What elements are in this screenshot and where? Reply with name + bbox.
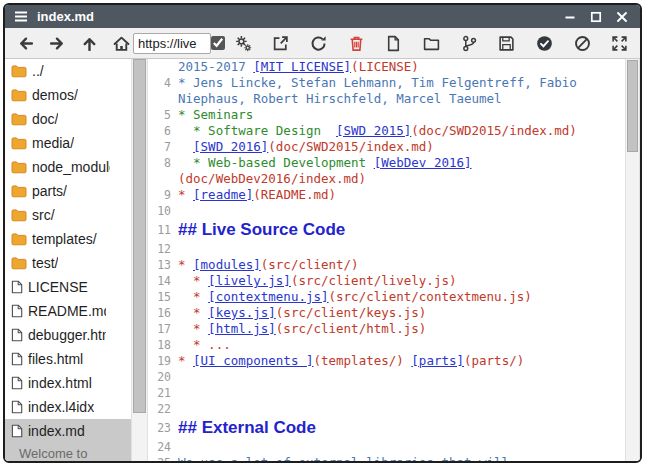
markdown-link[interactable]: [MIT LICENSE] xyxy=(253,59,351,74)
code-line[interactable]: We use a lot of external libraries that … xyxy=(178,455,625,461)
code-area[interactable]: 2015-2017 [MIT LICENSE](LICENSE)4* Jens … xyxy=(148,59,625,461)
menu-icon[interactable] xyxy=(14,11,28,22)
code-line[interactable]: * Seminars xyxy=(178,107,625,123)
code-line[interactable]: * [UI components ](templates/) [parts](p… xyxy=(178,353,625,369)
code-line[interactable]: Niephaus, Robert Hirschfeld, Marcel Taeu… xyxy=(178,91,625,107)
markdown-link[interactable]: [contextmenu.js] xyxy=(208,289,328,304)
file-list-item[interactable]: index.md xyxy=(5,419,131,443)
markdown-link[interactable]: [SWD 2016] xyxy=(193,139,268,154)
file-list-item[interactable]: templates/ xyxy=(5,227,131,251)
line-number xyxy=(148,91,178,107)
code-segment: (src/client/html.js) xyxy=(276,321,427,336)
file-list-item[interactable]: index.html xyxy=(5,371,131,395)
code-row: 23## External Code xyxy=(148,417,625,439)
delete-button[interactable] xyxy=(344,31,368,55)
save-button[interactable] xyxy=(495,31,519,55)
markdown-link[interactable]: [UI components ] xyxy=(193,353,313,368)
up-button[interactable] xyxy=(77,31,101,55)
file-list-item[interactable]: index.l4idx xyxy=(5,395,131,419)
markdown-link[interactable]: [WebDev 2016] xyxy=(374,155,472,170)
code-line[interactable]: (doc/WebDev2016/index.md) xyxy=(178,171,625,187)
fullscreen-button[interactable] xyxy=(608,31,632,55)
folder-solid-icon xyxy=(11,136,27,150)
file-name: templates/ xyxy=(32,231,97,247)
code-line[interactable] xyxy=(178,439,625,455)
code-line[interactable]: 2015-2017 [MIT LICENSE](LICENSE) xyxy=(178,59,625,75)
forward-button[interactable] xyxy=(45,31,69,55)
code-line[interactable]: * Web-based Development [WebDev 2016] xyxy=(178,155,625,171)
version-control-button[interactable] xyxy=(457,31,481,55)
code-line[interactable] xyxy=(178,369,625,385)
file-list-item[interactable]: doc/ xyxy=(5,107,131,131)
sidebar-scrollbar-thumb[interactable] xyxy=(133,59,146,413)
code-line[interactable]: * [lively.js](src/client/lively.js) xyxy=(178,273,625,289)
line-number: 12 xyxy=(148,241,178,257)
new-file-button[interactable] xyxy=(382,31,406,55)
maximize-button[interactable] xyxy=(587,9,605,25)
code-line[interactable]: ## Live Source Code xyxy=(178,219,625,241)
file-list-item[interactable]: LICENSE xyxy=(5,275,131,299)
markdown-link[interactable]: [parts] xyxy=(411,353,464,368)
file-list-item[interactable]: demos/ xyxy=(5,83,131,107)
editor-scrollbar xyxy=(625,59,640,461)
close-button[interactable] xyxy=(613,9,631,25)
code-line[interactable] xyxy=(178,401,625,417)
line-number: 17 xyxy=(148,321,178,337)
code-line[interactable]: ## External Code xyxy=(178,417,625,439)
code-line[interactable] xyxy=(178,241,625,257)
auto-update-checkbox[interactable] xyxy=(211,36,225,50)
code-segment: We use a lot of external libraries that … xyxy=(178,455,509,461)
markdown-link[interactable]: [SWD 2015] xyxy=(336,123,411,138)
file-list-item[interactable]: node_modules/ xyxy=(5,155,131,179)
markdown-link[interactable]: [lively.js] xyxy=(208,273,291,288)
code-segment: * xyxy=(178,273,208,288)
open-external-button[interactable] xyxy=(269,31,293,55)
markdown-link[interactable]: [html.js] xyxy=(208,321,276,336)
reload-button[interactable] xyxy=(306,31,330,55)
cancel-button[interactable] xyxy=(570,31,594,55)
code-line[interactable] xyxy=(178,203,625,219)
file-list-item[interactable]: debugger.html xyxy=(5,323,131,347)
file-page-icon xyxy=(11,376,23,390)
code-line[interactable]: * Jens Lincke, Stefan Lehmann, Tim Felge… xyxy=(178,75,625,91)
accept-button[interactable] xyxy=(533,31,557,55)
file-list-item[interactable]: src/ xyxy=(5,203,131,227)
window-title: index.md xyxy=(37,9,94,24)
code-row: 7 [SWD 2016](doc/SWD2015/index.md) xyxy=(148,139,625,155)
file-list-item[interactable]: files.html xyxy=(5,347,131,371)
home-button[interactable] xyxy=(109,31,133,55)
line-number: 6 xyxy=(148,123,178,139)
code-line[interactable]: [SWD 2016](doc/SWD2015/index.md) xyxy=(178,139,625,155)
url-input[interactable] xyxy=(133,33,211,54)
code-line[interactable]: * [modules](src/client/) xyxy=(178,257,625,273)
minimize-button[interactable] xyxy=(561,9,579,25)
editor-scrollbar-thumb[interactable] xyxy=(627,60,638,152)
markdown-link[interactable]: [modules] xyxy=(193,257,261,272)
file-list-item[interactable]: README.md xyxy=(5,299,131,323)
code-line[interactable]: * ... xyxy=(178,337,625,353)
file-list-item[interactable]: ../ xyxy=(5,59,131,83)
code-line[interactable]: * [keys.js](src/client/keys.js) xyxy=(178,305,625,321)
file-list-item[interactable]: parts/ xyxy=(5,179,131,203)
code-segment: (src/client/contextmenu.js) xyxy=(329,289,532,304)
code-line[interactable]: * Software Design [SWD 2015](doc/SWD2015… xyxy=(178,123,625,139)
code-line[interactable]: * [readme](README.md) xyxy=(178,187,625,203)
markdown-link[interactable]: [keys.js] xyxy=(208,305,276,320)
code-row: 8 * Web-based Development [WebDev 2016] xyxy=(148,155,625,171)
code-line[interactable]: * [contextmenu.js](src/client/contextmen… xyxy=(178,289,625,305)
file-name: LICENSE xyxy=(28,279,88,295)
code-line[interactable]: * [html.js](src/client/html.js) xyxy=(178,321,625,337)
line-number: 18 xyxy=(148,337,178,353)
file-list-item[interactable]: test/ xyxy=(5,251,131,275)
settings-button[interactable] xyxy=(231,31,255,55)
code-row: 13* [modules](src/client/) xyxy=(148,257,625,273)
arrow-left-icon xyxy=(17,35,34,52)
file-list-item[interactable]: media/ xyxy=(5,131,131,155)
file-page-icon xyxy=(11,328,23,342)
code-line[interactable] xyxy=(178,385,625,401)
code-segment: 2015-2017 xyxy=(178,59,253,74)
new-folder-button[interactable] xyxy=(419,31,443,55)
back-button[interactable] xyxy=(13,31,37,55)
markdown-link[interactable]: [readme] xyxy=(193,187,253,202)
code-segment: * xyxy=(178,305,208,320)
